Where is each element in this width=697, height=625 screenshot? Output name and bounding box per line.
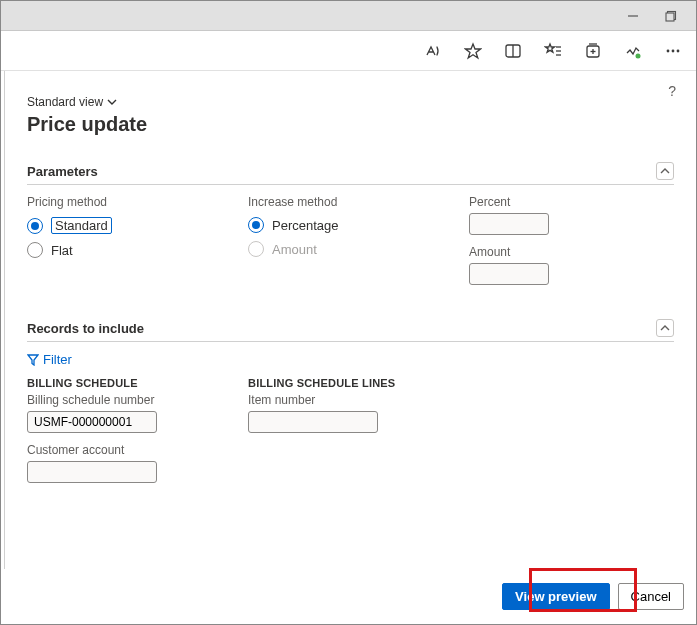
item-number-label: Item number bbox=[248, 393, 453, 407]
view-selector-label: Standard view bbox=[27, 95, 103, 109]
svg-rect-2 bbox=[666, 13, 674, 21]
chevron-up-icon bbox=[660, 323, 670, 333]
page-content: ? Standard view Price update Parameters … bbox=[4, 71, 696, 569]
records-collapse-button[interactable] bbox=[656, 319, 674, 337]
pricing-method-column: Pricing method Standard Flat bbox=[27, 195, 232, 295]
billing-schedule-lines-column: BILLING SCHEDULE LINES Item number bbox=[248, 377, 453, 493]
parameters-grid: Pricing method Standard Flat Increase me… bbox=[27, 195, 674, 295]
svg-marker-3 bbox=[466, 44, 481, 58]
svg-marker-6 bbox=[546, 44, 555, 52]
item-number-input[interactable] bbox=[248, 411, 378, 433]
increase-amount-label: Amount bbox=[272, 242, 317, 257]
records-section-header: Records to include bbox=[27, 319, 674, 342]
svg-point-15 bbox=[667, 49, 670, 52]
parameters-section-header: Parameters bbox=[27, 162, 674, 185]
favorite-star-icon[interactable] bbox=[464, 42, 482, 60]
increase-method-column: Increase method Percentage Amount bbox=[248, 195, 453, 295]
records-columns: BILLING SCHEDULE Billing schedule number… bbox=[27, 377, 674, 493]
filter-label: Filter bbox=[43, 352, 72, 367]
radio-selected-icon bbox=[248, 217, 264, 233]
radio-disabled-icon bbox=[248, 241, 264, 257]
footer-bar: View preview Cancel bbox=[1, 569, 696, 624]
view-selector[interactable]: Standard view bbox=[27, 95, 117, 109]
customer-account-label: Customer account bbox=[27, 443, 232, 457]
filter-icon bbox=[27, 354, 39, 366]
values-column: Percent Amount bbox=[469, 195, 674, 295]
minimize-icon[interactable] bbox=[626, 9, 640, 23]
restore-icon[interactable] bbox=[664, 9, 678, 23]
billing-schedule-column: BILLING SCHEDULE Billing schedule number… bbox=[27, 377, 232, 493]
radio-icon bbox=[27, 242, 43, 258]
parameters-title: Parameters bbox=[27, 164, 98, 179]
chevron-up-icon bbox=[660, 166, 670, 176]
svg-point-14 bbox=[636, 53, 641, 58]
pricing-flat-label: Flat bbox=[51, 243, 73, 258]
favorites-bar-icon[interactable] bbox=[544, 42, 562, 60]
collections-icon[interactable] bbox=[584, 42, 602, 60]
amount-input[interactable] bbox=[469, 263, 549, 285]
records-title: Records to include bbox=[27, 321, 144, 336]
parameters-collapse-button[interactable] bbox=[656, 162, 674, 180]
page-title: Price update bbox=[27, 113, 674, 136]
help-button[interactable]: ? bbox=[668, 83, 676, 99]
bs-number-label: Billing schedule number bbox=[27, 393, 232, 407]
pricing-flat-option[interactable]: Flat bbox=[27, 242, 232, 258]
radio-selected-icon bbox=[27, 218, 43, 234]
cancel-button[interactable]: Cancel bbox=[618, 583, 684, 610]
increase-percentage-label: Percentage bbox=[272, 218, 339, 233]
increase-percentage-option[interactable]: Percentage bbox=[248, 217, 453, 233]
window-titlebar bbox=[1, 1, 696, 31]
billing-schedule-heading: BILLING SCHEDULE bbox=[27, 377, 232, 389]
bs-number-input[interactable] bbox=[27, 411, 157, 433]
pricing-method-label: Pricing method bbox=[27, 195, 232, 209]
increase-method-label: Increase method bbox=[248, 195, 453, 209]
records-spacer-column bbox=[469, 377, 674, 493]
performance-icon[interactable] bbox=[624, 42, 642, 60]
pricing-standard-option[interactable]: Standard bbox=[27, 217, 232, 234]
view-preview-button[interactable]: View preview bbox=[502, 583, 609, 610]
read-aloud-icon[interactable] bbox=[424, 42, 442, 60]
svg-point-17 bbox=[677, 49, 680, 52]
browser-toolbar bbox=[1, 31, 696, 71]
percent-input[interactable] bbox=[469, 213, 549, 235]
increase-amount-option: Amount bbox=[248, 241, 453, 257]
bsl-heading: BILLING SCHEDULE LINES bbox=[248, 377, 453, 389]
svg-point-16 bbox=[672, 49, 675, 52]
more-icon[interactable] bbox=[664, 42, 682, 60]
split-screen-icon[interactable] bbox=[504, 42, 522, 60]
customer-account-input[interactable] bbox=[27, 461, 157, 483]
pricing-standard-label: Standard bbox=[51, 217, 112, 234]
filter-link[interactable]: Filter bbox=[27, 352, 72, 367]
amount-label: Amount bbox=[469, 245, 674, 259]
percent-label: Percent bbox=[469, 195, 674, 209]
chevron-down-icon bbox=[107, 97, 117, 107]
svg-marker-18 bbox=[28, 355, 38, 365]
